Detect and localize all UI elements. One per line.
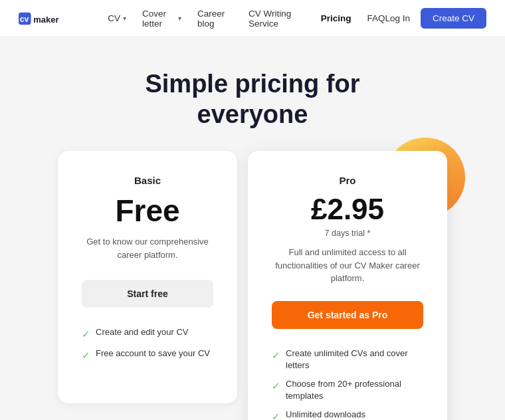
trial-label: 7 days trial * [272,229,423,238]
nav-pricing[interactable]: Pricing [321,13,352,23]
pro-plan-card: Pro £2.95 7 days trial * Full and unlimi… [248,151,447,420]
list-item: ✓ Unlimited downloads [272,409,423,420]
pro-price: £2.95 [272,193,423,226]
nav-faq[interactable]: FAQ [367,13,385,23]
nav-right: Log In Create CV [385,8,486,29]
create-cv-button[interactable]: Create CV [421,8,486,29]
nav-cv[interactable]: CV ▾ [108,13,126,23]
login-link[interactable]: Log In [385,13,410,23]
hero-title: Simple pricing for everyone [13,69,492,130]
svg-text:cv: cv [20,14,29,23]
basic-plan-card: Basic Free Get to know our comprehensive… [58,151,237,403]
nav-links: CV ▾ Cover letter ▾ Career blog CV Writi… [108,9,385,29]
pricing-area: Basic Free Get to know our comprehensive… [0,151,505,420]
cv-chevron-icon: ▾ [123,15,126,22]
check-icon: ✓ [82,327,90,341]
pro-features: ✓ Create unlimited CVs and cover letters… [272,348,423,420]
hero-section: Simple pricing for everyone [0,37,505,151]
navigation: cv maker CV ▾ Cover letter ▾ Career blog… [0,0,505,37]
list-item: ✓ Create unlimited CVs and cover letters [272,348,423,371]
basic-price: Free [82,193,213,229]
get-started-pro-button[interactable]: Get started as Pro [272,301,423,329]
list-item: ✓ Choose from 20+ professional templates [272,378,423,402]
nav-cv-writing[interactable]: CV Writing Service [249,9,305,29]
check-icon: ✓ [272,409,280,420]
list-item: ✓ Create and edit your CV [82,326,213,341]
pro-plan-label: Pro [272,175,423,186]
basic-features: ✓ Create and edit your CV ✓ Free account… [82,326,213,362]
basic-description: Get to know our comprehensive career pla… [82,235,213,261]
nav-cover-letter[interactable]: Cover letter ▾ [142,9,181,29]
cover-letter-chevron-icon: ▾ [178,15,181,22]
basic-plan-label: Basic [82,175,213,186]
start-free-button[interactable]: Start free [82,280,213,308]
list-item: ✓ Free account to save your CV [82,348,213,362]
nav-career-blog[interactable]: Career blog [197,9,233,29]
check-icon: ✓ [272,348,280,362]
logo[interactable]: cv maker [19,10,86,27]
check-icon: ✓ [272,379,280,393]
svg-text:maker: maker [33,14,58,24]
pro-description: Full and unlimited access to all functio… [272,246,423,285]
check-icon: ✓ [82,348,90,362]
